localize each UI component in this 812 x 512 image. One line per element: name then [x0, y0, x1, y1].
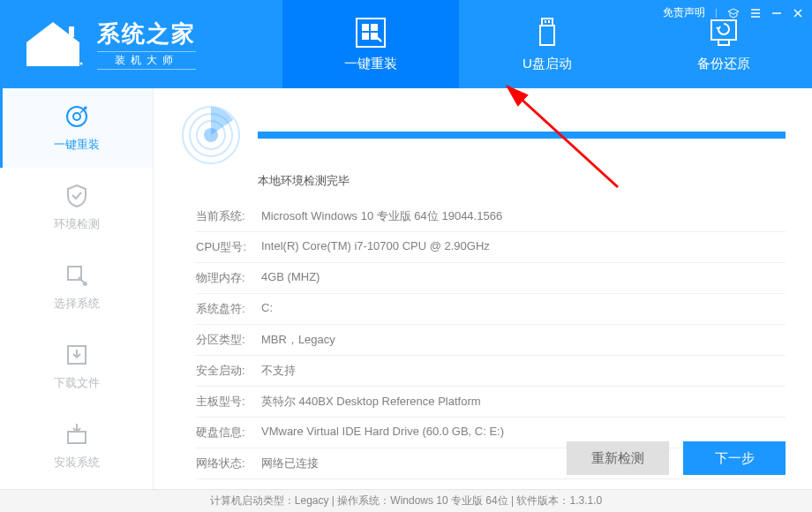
- tab-usb-boot[interactable]: U盘启动: [459, 0, 635, 88]
- statusbar-text: 计算机启动类型：Legacy | 操作系统：Windows 10 专业版 64位…: [210, 493, 602, 508]
- close-button[interactable]: [793, 8, 803, 19]
- progress-bar: [258, 132, 786, 139]
- house-logo-icon: [18, 18, 88, 71]
- sidebar-label: 一键重装: [54, 137, 100, 153]
- install-icon: [64, 421, 90, 448]
- radar-icon: [180, 104, 242, 166]
- svg-rect-4: [362, 24, 369, 31]
- disclaimer-link[interactable]: 免责声明: [663, 5, 705, 20]
- target-icon: [64, 103, 90, 130]
- sidebar: 一键重装 环境检测 选择系统 下载文件 安装系统: [0, 88, 154, 489]
- header: 系统之家 装机大师 一键重装 U盘启动 备份还原 免责声明: [0, 0, 812, 88]
- download-icon: [64, 342, 90, 368]
- info-row: 当前系统:Microsoft Windows 10 专业版 64位 19044.…: [196, 201, 786, 232]
- info-label: 分区类型:: [196, 332, 261, 348]
- sidebar-item-env-check[interactable]: 环境检测: [0, 168, 153, 247]
- info-row: 安全启动:不支持: [196, 356, 786, 387]
- info-value: 英特尔 440BX Desktop Reference Platform: [261, 394, 481, 410]
- tab-usb-label: U盘启动: [523, 56, 572, 72]
- svg-rect-10: [545, 20, 546, 23]
- sidebar-label: 安装系统: [54, 455, 100, 471]
- graduate-icon[interactable]: [727, 8, 740, 19]
- scan-status: 本地环境检测完毕: [258, 173, 786, 189]
- info-value: 网络已连接: [261, 456, 319, 471]
- info-row: 主板型号:英特尔 440BX Desktop Reference Platfor…: [196, 387, 786, 418]
- titlebar: 免责声明: [663, 5, 803, 20]
- tab-reinstall-label: 一键重装: [344, 56, 397, 72]
- info-label: 系统盘符:: [196, 301, 261, 317]
- next-button[interactable]: 下一步: [683, 441, 786, 475]
- progress-fill: [258, 132, 786, 139]
- body: 一键重装 环境检测 选择系统 下载文件 安装系统 本地环境检测完毕: [0, 88, 812, 489]
- info-label: CPU型号:: [196, 239, 261, 255]
- tab-reinstall[interactable]: 一键重装: [282, 0, 459, 88]
- select-icon: [64, 262, 90, 289]
- usb-icon: [531, 17, 563, 49]
- scan-row: [180, 104, 786, 166]
- info-row: 分区类型:MBR，Legacy: [196, 325, 786, 356]
- info-label: 硬盘信息:: [196, 425, 261, 440]
- info-label: 安全启动:: [196, 363, 261, 379]
- svg-rect-8: [542, 19, 553, 26]
- sidebar-item-select-sys[interactable]: 选择系统: [0, 247, 153, 327]
- svg-rect-6: [362, 33, 369, 40]
- svg-rect-23: [68, 432, 86, 443]
- info-value: C:: [261, 301, 273, 317]
- svg-rect-0: [69, 26, 74, 37]
- info-row: CPU型号:Intel(R) Core(TM) i7-10700 CPU @ 2…: [196, 232, 786, 263]
- svg-point-2: [80, 63, 83, 65]
- main-content: 本地环境检测完毕 当前系统:Microsoft Windows 10 专业版 6…: [154, 88, 812, 489]
- svg-rect-13: [718, 40, 729, 45]
- svg-point-21: [73, 113, 80, 120]
- info-label: 网络状态:: [196, 456, 261, 471]
- app-title: 系统之家: [97, 19, 196, 49]
- shield-icon: [64, 183, 90, 209]
- sidebar-item-download[interactable]: 下载文件: [0, 327, 153, 406]
- info-label: 当前系统:: [196, 208, 261, 224]
- svg-rect-9: [540, 26, 554, 45]
- sidebar-label: 下载文件: [54, 375, 100, 391]
- minimize-button[interactable]: [771, 8, 782, 19]
- sidebar-label: 选择系统: [54, 296, 100, 312]
- statusbar: 计算机启动类型：Legacy | 操作系统：Windows 10 专业版 64位…: [0, 489, 812, 512]
- info-value: Microsoft Windows 10 专业版 64位 19044.1566: [261, 208, 502, 224]
- svg-rect-11: [548, 20, 550, 23]
- action-buttons: 重新检测 下一步: [567, 441, 786, 475]
- sidebar-item-reinstall[interactable]: 一键重装: [0, 88, 153, 168]
- info-value: VMware Virtual IDE Hard Drive (60.0 GB, …: [261, 425, 504, 440]
- info-row: 物理内存:4GB (MHZ): [196, 263, 786, 294]
- info-value: Intel(R) Core(TM) i7-10700 CPU @ 2.90GHz: [261, 239, 490, 255]
- windows-icon: [355, 17, 387, 49]
- info-value: 4GB (MHZ): [261, 270, 320, 286]
- sidebar-item-install[interactable]: 安装系统: [0, 406, 153, 486]
- logo-area: 系统之家 装机大师: [0, 0, 282, 88]
- svg-rect-5: [371, 24, 378, 31]
- backup-icon: [708, 17, 740, 49]
- info-value: MBR，Legacy: [261, 332, 335, 348]
- sidebar-label: 环境检测: [54, 216, 100, 232]
- app-subtitle: 装机大师: [97, 51, 196, 70]
- info-value: 不支持: [261, 363, 296, 379]
- info-label: 物理内存:: [196, 270, 261, 286]
- info-list: 当前系统:Microsoft Windows 10 专业版 64位 19044.…: [196, 201, 786, 479]
- svg-point-1: [74, 58, 78, 62]
- menu-icon[interactable]: [750, 8, 761, 19]
- tab-backup-label: 备份还原: [697, 56, 750, 72]
- retest-button[interactable]: 重新检测: [567, 441, 669, 475]
- info-row: 系统盘符:C:: [196, 294, 786, 325]
- info-label: 主板型号:: [196, 394, 261, 410]
